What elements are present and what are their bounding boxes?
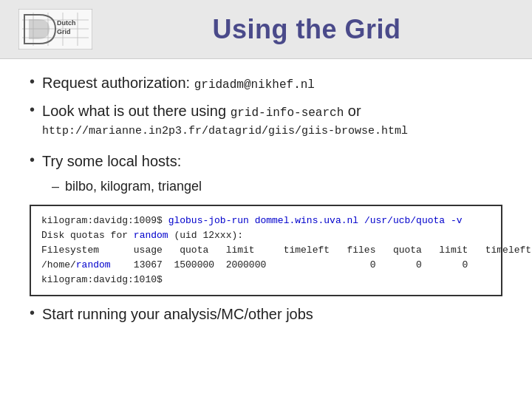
bullet-3-icon: • (30, 151, 35, 168)
sub-bullet-text: bilbo, kilogram, triangel (65, 179, 202, 194)
bullet-4: • Start running your analysis/MC/other j… (30, 304, 502, 324)
code-line-5: kilogram:davidg:1010$ (41, 273, 491, 287)
bullet-4-text: Start running your analysis/MC/other job… (42, 304, 313, 324)
bullet-4-icon: • (30, 304, 35, 321)
sub-bullet-dash: – (52, 179, 59, 194)
bullet-3: • Try some local hosts: (30, 151, 502, 171)
sub-bullet-3: – bilbo, kilogram, triangel (52, 179, 502, 194)
bullet-1-icon: • (30, 73, 35, 90)
bullet-2: • Look what is out there using grid-info… (30, 100, 502, 138)
svg-text:Grid: Grid (57, 28, 71, 35)
code-line-3: Filesystem usage quota limit timeleft fi… (41, 243, 491, 258)
code-highlight-4: random (76, 259, 111, 270)
code-highlight-2: random (134, 230, 168, 241)
slide-content: • Request authorization: gridadm@nikhef.… (0, 59, 532, 399)
code-line-2: Disk quotas for random (uid 12xxx): (41, 228, 491, 243)
bullet-1: • Request authorization: gridadm@nikhef.… (30, 72, 502, 93)
bullet-1-code: gridadm@nikhef.nl (194, 78, 315, 92)
bullet-2-icon: • (30, 101, 35, 118)
bullet-2-url: http://marianne.in2p3.fr/datagrid/giis/g… (42, 123, 408, 139)
code-line-1: kilogram:davidg:1009$ globus-job-run dom… (41, 214, 491, 228)
dutchgrid-logo-icon: Dutch Grid (18, 9, 92, 50)
logo-area: Dutch Grid (15, 7, 96, 52)
svg-text:Dutch: Dutch (57, 19, 76, 27)
title-area: Using the Grid (96, 14, 517, 45)
code-highlight-1: globus-job-run dommel.wins.uva.nl /usr/u… (168, 215, 463, 226)
slide: Dutch Grid Using the Grid • Request auth… (0, 0, 532, 399)
code-box: kilogram:davidg:1009$ globus-job-run dom… (30, 205, 502, 297)
slide-header: Dutch Grid Using the Grid (0, 0, 532, 59)
slide-title: Using the Grid (212, 14, 400, 45)
bullet-1-text: Request authorization: gridadm@nikhef.nl (42, 72, 315, 93)
bullet-3-text: Try some local hosts: (42, 151, 181, 171)
bullet-2-code: grid-info-search (231, 106, 344, 120)
code-line-4: /home/random 13067 1500000 2000000 0 0 0 (41, 258, 491, 273)
bullet-2-text: Look what is out there using grid-info-s… (42, 100, 408, 138)
